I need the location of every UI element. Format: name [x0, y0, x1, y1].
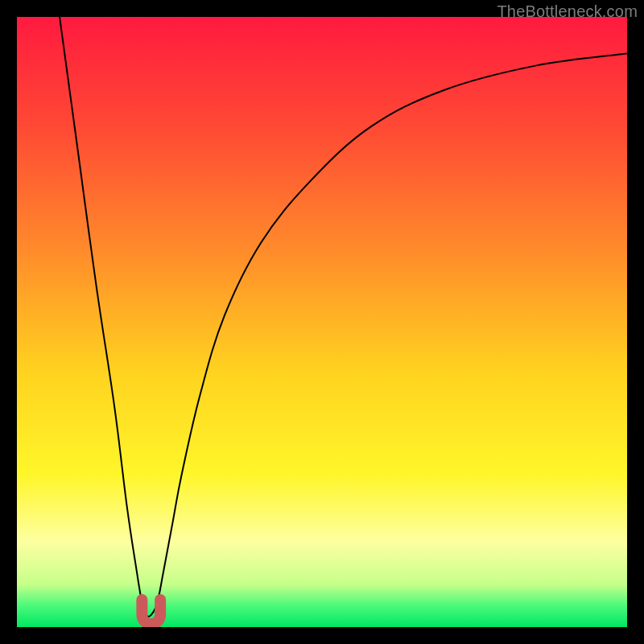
watermark-text: TheBottleneck.com	[497, 2, 638, 21]
chart-background	[17, 17, 627, 627]
chart-frame: TheBottleneck.com	[0, 0, 644, 644]
bottleneck-chart	[17, 17, 627, 627]
